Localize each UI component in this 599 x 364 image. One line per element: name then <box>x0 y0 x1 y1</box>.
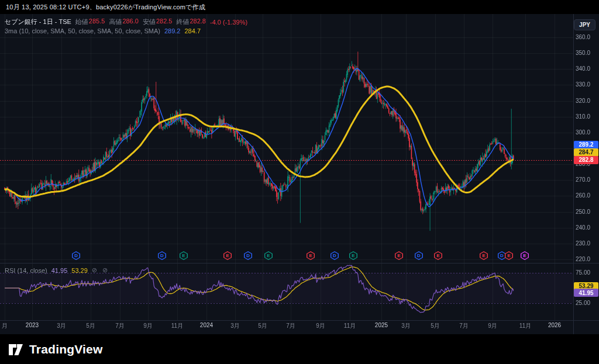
event-marker-bg: D <box>73 252 79 259</box>
event-marker-bg: E <box>480 252 487 259</box>
ma-indicator-legend[interactable]: 3ma (10, close, SMA, 50, close, SMA, 50,… <box>5 27 201 34</box>
indicator-toggle-icons[interactable]: ⊘ ⊘ <box>92 266 110 274</box>
event-marker-letter: D <box>417 253 421 258</box>
currency-badge[interactable]: JPY <box>574 19 595 30</box>
event-marker-letter: E <box>436 253 439 258</box>
rsi-indicator-label: RSI (14, close) <box>5 267 47 274</box>
event-marker-bg: E <box>395 252 402 259</box>
event-marker-letter: E <box>523 253 526 258</box>
event-marker-letter: D <box>500 253 504 258</box>
event-marker-letter: E <box>507 253 510 258</box>
event-marker-bg: D <box>331 252 338 259</box>
chart-area: セブン銀行 - 1日 - TSE 始値285.5 高値286.0 安値282.5… <box>0 14 599 334</box>
event-marker-bg: E <box>224 252 230 259</box>
close-value: 終値282.8 <box>176 18 206 26</box>
brand-name[interactable]: TradingView <box>29 342 103 356</box>
event-marker-letter: D <box>333 253 336 258</box>
footer-bar: TradingView <box>0 334 599 364</box>
event-marker-bg: D <box>245 252 251 259</box>
event-marker-bg: E <box>505 252 512 259</box>
event-marker-letter: D <box>160 253 164 258</box>
tradingview-logo-icon[interactable] <box>8 342 23 357</box>
rsi-value: 41.95 <box>51 267 68 274</box>
low-value: 安値282.5 <box>143 18 173 26</box>
rsi-signal-value: 53.29 <box>71 267 88 274</box>
event-marker-letter: E <box>397 253 400 258</box>
event-marker-letter: E <box>482 253 485 258</box>
attribution-text: 10月 13, 2025 08:12 UTC+9、backy0226がTradi… <box>6 3 205 12</box>
open-value: 始値285.5 <box>75 18 105 26</box>
sma10-value: 289.2 <box>164 27 181 34</box>
event-marker-bg: E <box>180 252 187 259</box>
tradingview-snapshot: 10月 13, 2025 08:12 UTC+9、backy0226がTradi… <box>0 0 599 364</box>
event-marker-bg: E <box>307 252 314 259</box>
sma50-value: 284.7 <box>184 27 201 34</box>
high-value: 高値286.0 <box>109 18 139 26</box>
symbol-legend[interactable]: セブン銀行 - 1日 - TSE 始値285.5 高値286.0 安値282.5… <box>5 18 247 26</box>
event-marker-letter: E <box>352 253 354 258</box>
event-marker-bg: E <box>265 252 271 259</box>
event-marker-bg: E <box>521 252 528 259</box>
event-marker-letter: E <box>267 253 270 258</box>
event-marker-bg: D <box>498 252 505 259</box>
chart-canvas[interactable] <box>0 14 599 334</box>
ma-indicator-label: 3ma (10, close, SMA, 50, close, SMA, 50,… <box>5 27 160 34</box>
change-value: -4.0 (-1.39%) <box>210 19 247 26</box>
event-marker-letter: E <box>226 253 229 258</box>
event-marker-bg: E <box>350 252 356 259</box>
event-marker-letter: D <box>74 253 78 258</box>
event-marker-bg: D <box>415 252 422 259</box>
event-marker-bg: D <box>159 252 165 259</box>
symbol-title: セブン銀行 - 1日 - TSE <box>5 18 71 26</box>
event-marker-letter: E <box>182 253 185 258</box>
event-marker-letter: E <box>309 253 312 258</box>
event-marker-letter: D <box>246 253 250 258</box>
rsi-indicator-legend[interactable]: RSI (14, close) 41.95 53.29 ⊘ ⊘ <box>5 266 109 274</box>
event-marker-bg: E <box>435 252 441 259</box>
